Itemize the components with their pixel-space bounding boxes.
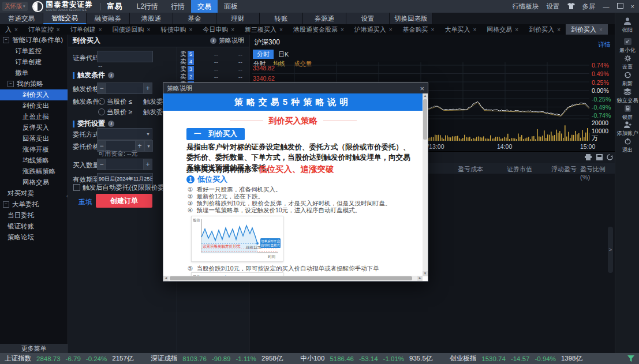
multi-screen-link[interactable]: 多屏: [582, 2, 596, 11]
index-shenzhen[interactable]: 深证成指 8103.76 -90.89 -1.11% 2958亿: [151, 354, 283, 363]
doc-tab-block-buy[interactable]: 大单买入×: [439, 24, 481, 35]
tab-funds[interactable]: 基金: [173, 13, 216, 24]
chart-tab-daily[interactable]: 日K: [274, 50, 293, 59]
sidebar-item-limit-open[interactable]: 涨停开板: [0, 144, 68, 155]
dialog-horizontal-scrollbar[interactable]: ◄ ►: [163, 276, 423, 281]
qty-plus-button[interactable]: +: [143, 159, 152, 170]
col-floating-pl[interactable]: 浮动盈亏: [551, 165, 577, 174]
independent-trade-button[interactable]: 独立交易: [615, 88, 639, 104]
tab-settings[interactable]: 设置: [346, 13, 390, 24]
add-account-button[interactable]: 添加账户: [615, 121, 639, 137]
sidebar-item-rebound-buy[interactable]: 反弹买入: [0, 122, 68, 133]
dialog-vertical-scrollbar[interactable]: ▲ ▼: [423, 93, 428, 276]
sidebar-item-order-monitor[interactable]: 订单监控: [0, 46, 68, 57]
close-icon[interactable]: ×: [557, 27, 560, 33]
sidebar-item-today-orders[interactable]: 当日委托: [0, 210, 68, 221]
care-mode-toggle[interactable]: 关怀版 ▾: [2, 2, 28, 11]
close-icon[interactable]: ×: [599, 27, 603, 33]
trigger-price-minus-button[interactable]: −: [97, 82, 106, 94]
close-icon[interactable]: ×: [279, 27, 283, 33]
scroll-up-icon[interactable]: ▲: [423, 93, 428, 99]
tab-smart-trade[interactable]: 智能交易: [43, 13, 87, 24]
scroll-right-icon[interactable]: ►: [417, 276, 423, 281]
strategy-help-link[interactable]: i 策略说明: [210, 36, 244, 45]
sidebar-item-block-order[interactable]: −大单委托: [0, 199, 68, 210]
close-icon[interactable]: ×: [99, 27, 102, 33]
scroll-thumb[interactable]: [170, 276, 412, 280]
dialog-close-icon[interactable]: ×: [420, 85, 424, 92]
sidebar-item-cancel-order[interactable]: 撤单: [0, 67, 68, 78]
chart-detail-link[interactable]: 详情: [598, 40, 611, 49]
menu-panel[interactable]: 面板: [218, 0, 244, 13]
sidebar-item-order-create[interactable]: 订单创建: [0, 57, 68, 67]
tab-hk-connect[interactable]: 港股通: [130, 13, 173, 24]
window-minimize-button[interactable]: —: [603, 3, 610, 10]
doc-tab-today-subscribe[interactable]: 今日申购×: [197, 24, 240, 35]
sidebar-item-pair-trade[interactable]: 对买对卖: [0, 188, 68, 199]
quote-board-link[interactable]: 行情板块: [513, 2, 539, 11]
window-close-button[interactable]: ×: [631, 3, 634, 10]
doc-tab-sh-hk-buy[interactable]: 沪港通买入×: [349, 24, 398, 35]
order-price-dropdown-icon[interactable]: ▼: [144, 140, 153, 152]
settings-button[interactable]: 设置: [615, 55, 639, 71]
doc-tab-order-monitor[interactable]: 订单监控×: [23, 24, 65, 35]
more-menu-button[interactable]: 更多菜单: [0, 344, 68, 353]
sidebar-item-bank-transfer[interactable]: 银证转账: [0, 221, 68, 232]
close-icon[interactable]: ×: [431, 27, 435, 33]
info-icon[interactable]: i: [108, 72, 114, 78]
refresh-button[interactable]: 刷新: [615, 72, 639, 88]
scroll-thumb[interactable]: [423, 99, 427, 140]
close-icon[interactable]: ×: [147, 27, 151, 33]
create-order-button[interactable]: 创建订单: [96, 194, 152, 208]
sidebar-item-price-sell[interactable]: 到价卖出: [0, 100, 68, 111]
chart-tab-intraday[interactable]: 分时: [253, 50, 274, 59]
sidebar-item-change-pct-strategy[interactable]: 涨跌幅策略: [0, 166, 68, 177]
index-sme100[interactable]: 中小100 5186.46 -53.14 -1.01% 935.5亿: [300, 354, 432, 363]
sidebar-item-price-buy[interactable]: 到价买入: [0, 89, 68, 100]
lock-screen-button[interactable]: 锁屏: [615, 105, 639, 121]
menu-quotes[interactable]: 行情: [165, 0, 191, 13]
tab-margin-trading[interactable]: 融资融券: [87, 13, 130, 24]
doc-tab-fund-purchase[interactable]: 基金购买×: [398, 24, 440, 35]
qty-minus-button[interactable]: −: [97, 159, 106, 170]
qty-input[interactable]: [106, 159, 144, 170]
index-shanghai[interactable]: 上证指数 2848.73 -6.79 -0.24% 2157亿: [5, 354, 133, 363]
security-code-input[interactable]: [97, 51, 153, 62]
sidebar-item-stop-profit-loss[interactable]: 止盈止损: [0, 111, 68, 122]
scroll-down-icon[interactable]: ▼: [423, 271, 428, 276]
panel-expander-icon[interactable]: >: [608, 227, 613, 273]
refresh-icon[interactable]: [607, 154, 613, 162]
export-icon[interactable]: [596, 154, 603, 162]
tab-transfer[interactable]: 转账: [260, 13, 303, 24]
close-icon[interactable]: ×: [14, 27, 18, 33]
doc-tab-price-buy-active[interactable]: 到价买入×: [566, 24, 608, 35]
sidebar-item-grid-trade[interactable]: 网格交易: [0, 177, 68, 188]
info-icon[interactable]: i: [108, 121, 114, 127]
tab-switch-old-version[interactable]: 切换回老版: [390, 13, 433, 24]
menu-trade[interactable]: 交易: [191, 0, 218, 13]
close-icon[interactable]: ×: [231, 27, 234, 33]
sidebar-item-my-strategies[interactable]: −我的策略: [0, 78, 68, 89]
settings-link[interactable]: 设置: [547, 2, 560, 11]
close-icon[interactable]: ×: [473, 27, 476, 33]
scroll-left-icon[interactable]: ◄: [163, 276, 169, 281]
doc-tab-clipped[interactable]: 入×: [0, 24, 23, 35]
user-account-button[interactable]: 张阳: [615, 17, 639, 34]
trigger-price-plus-button[interactable]: +: [143, 82, 152, 94]
sidebar-item-ma-strategy[interactable]: 均线策略: [0, 155, 68, 166]
doc-tab-treasury-repo[interactable]: 国债逆回购×: [107, 24, 156, 35]
skin-icon[interactable]: [567, 3, 575, 10]
auto-order-checkbox[interactable]: [73, 184, 80, 191]
trigger-price-input[interactable]: [106, 82, 144, 94]
col-pl-ratio[interactable]: 盈亏比例(%): [580, 165, 615, 181]
cond-le-radio[interactable]: [98, 98, 105, 105]
window-restore-button[interactable]: [617, 3, 623, 10]
sidebar-item-smart-orders[interactable]: −智能订单(条件单): [0, 35, 68, 46]
cond-ge-radio[interactable]: [98, 108, 105, 115]
print-icon[interactable]: [585, 154, 592, 162]
doc-tab-order-create[interactable]: 订单创建×: [65, 24, 107, 35]
tab-wealth[interactable]: 理财: [216, 13, 260, 24]
filter-icon[interactable]: [627, 355, 634, 362]
tab-normal-trade[interactable]: 普通交易: [0, 13, 43, 24]
menu-l2-quotes[interactable]: L2行情: [130, 0, 165, 13]
